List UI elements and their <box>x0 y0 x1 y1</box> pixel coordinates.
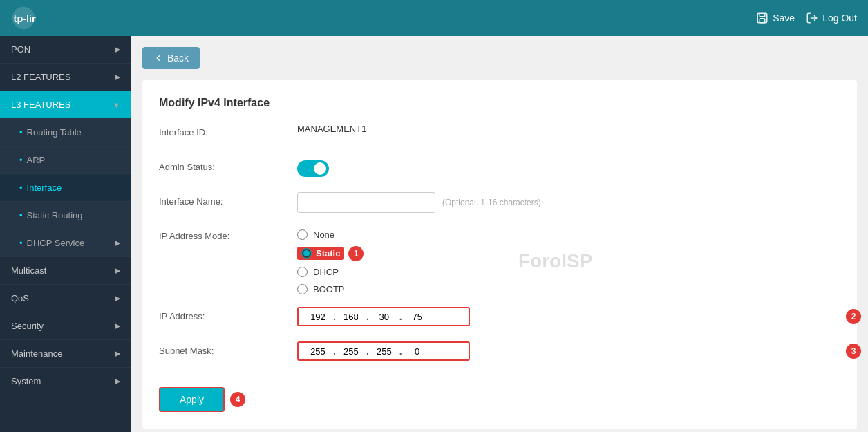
toggle-slider <box>297 160 329 177</box>
radio-none[interactable]: None <box>297 229 840 240</box>
chevron-right-icon: ▶ <box>115 45 120 54</box>
sidebar-item-interface-label: •Interface <box>19 182 62 193</box>
svg-rect-3 <box>760 19 766 23</box>
ip-address-input-group: 192 . 168 . 30 . 75 <box>297 307 470 326</box>
ip-dot-3: . <box>398 311 404 322</box>
mask-octet-1[interactable]: 255 <box>304 346 332 357</box>
sidebar-item-l3[interactable]: L3 FEATURES ▼ <box>0 91 131 119</box>
topnav: tp-link Save Log Out <box>0 0 868 36</box>
ip-address-row: IP Address: 192 . 168 . 30 . 75 2 <box>159 307 840 329</box>
admin-status-row: Admin Status: <box>159 158 840 180</box>
mask-dot-1: . <box>332 346 337 357</box>
back-label: Back <box>167 53 189 64</box>
chevron-right-icon: ▶ <box>115 266 120 275</box>
sidebar-item-pon-label: PON <box>11 44 30 55</box>
ip-address-mode-label: IP Address Mode: <box>159 227 297 241</box>
radio-dhcp-label: DHCP <box>313 267 339 277</box>
page-title: Modify IPv4 Interface <box>159 97 840 109</box>
sidebar-item-security[interactable]: Security ▶ <box>0 312 131 340</box>
sidebar-item-interface[interactable]: •Interface <box>0 174 131 202</box>
radio-dhcp-input[interactable] <box>297 267 308 277</box>
logo: tp-link <box>11 6 36 30</box>
admin-status-toggle[interactable] <box>297 160 329 177</box>
radio-static-label: Static <box>316 248 340 259</box>
logout-label: Log Out <box>822 12 857 24</box>
sidebar-item-l2-label: L2 FEATURES <box>11 72 70 82</box>
mask-octet-4[interactable]: 0 <box>404 346 431 357</box>
ip-octet-3[interactable]: 30 <box>370 312 398 322</box>
mask-octet-3[interactable]: 255 <box>370 346 398 357</box>
ip-dot-2: . <box>365 311 370 322</box>
main-content: Back ForoISP Modify IPv4 Interface Inter… <box>131 36 868 432</box>
radio-bootp-input[interactable] <box>297 284 308 294</box>
mask-dot-2: . <box>365 346 370 357</box>
subnet-mask-input-group: 255 . 255 . 255 . 0 <box>297 341 470 361</box>
annotation-3-badge: 3 <box>846 344 861 359</box>
chevron-right-icon: ▶ <box>115 377 120 386</box>
subnet-mask-row: Subnet Mask: 255 . 255 . 255 . 0 3 <box>159 341 840 364</box>
radio-static-input[interactable] <box>301 248 312 259</box>
radio-static[interactable]: Static 1 <box>297 247 840 260</box>
sidebar-item-routing-table[interactable]: •Routing Table <box>0 119 131 147</box>
subnet-mask-label: Subnet Mask: <box>159 341 297 356</box>
sidebar-item-static-routing-label: •Static Routing <box>19 210 83 220</box>
radio-bootp[interactable]: BOOTP <box>297 284 840 294</box>
modify-ipv4-card: Modify IPv4 Interface Interface ID: MANA… <box>142 80 857 429</box>
interface-id-value: MANAGEMENT1 <box>297 120 366 134</box>
interface-name-label: Interface Name: <box>159 192 297 207</box>
mask-octet-2[interactable]: 255 <box>337 346 365 357</box>
chevron-right-icon: ▶ <box>115 238 120 247</box>
back-button[interactable]: Back <box>142 47 200 69</box>
logo-icon: tp-link <box>11 6 36 30</box>
sidebar-item-multicast[interactable]: Multicast ▶ <box>0 257 131 285</box>
save-label: Save <box>773 12 795 24</box>
topnav-actions: Save Log Out <box>756 12 857 24</box>
chevron-down-icon: ▼ <box>113 101 120 109</box>
ip-octet-1[interactable]: 192 <box>304 312 332 322</box>
chevron-right-icon: ▶ <box>115 321 120 330</box>
sidebar-item-security-label: Security <box>11 321 44 331</box>
sidebar-item-maintenance[interactable]: Maintenance ▶ <box>0 340 131 368</box>
save-icon <box>756 12 768 24</box>
interface-name-row: Interface Name: (Optional. 1-16 characte… <box>159 192 840 214</box>
annotation-4-badge: 4 <box>230 392 245 407</box>
ip-octet-2[interactable]: 168 <box>337 312 365 322</box>
save-button[interactable]: Save <box>756 12 795 24</box>
ip-address-mode-group: None Static 1 DHCP <box>297 227 840 294</box>
ip-address-label: IP Address: <box>159 307 297 321</box>
logout-icon <box>806 12 818 24</box>
sidebar-item-arp[interactable]: •ARP <box>0 147 131 174</box>
ip-octet-4[interactable]: 75 <box>404 312 431 322</box>
chevron-right-icon: ▶ <box>115 294 120 303</box>
sidebar-item-qos-label: QoS <box>11 293 29 303</box>
apply-label: Apply <box>180 394 204 405</box>
interface-name-input[interactable] <box>297 192 435 213</box>
annotation-1-badge: 1 <box>348 246 364 261</box>
mask-dot-3: . <box>398 346 404 357</box>
chevron-right-icon: ▶ <box>115 73 120 82</box>
sidebar-item-l2[interactable]: L2 FEATURES ▶ <box>0 64 131 91</box>
ip-address-mode-row: IP Address Mode: None Static 1 <box>159 227 840 294</box>
sidebar-item-system[interactable]: System ▶ <box>0 368 131 395</box>
apply-button[interactable]: Apply <box>159 387 225 412</box>
sidebar-item-dhcp-service-label: •DHCP Service <box>19 238 84 248</box>
radio-dhcp[interactable]: DHCP <box>297 267 840 277</box>
sidebar-item-qos[interactable]: QoS ▶ <box>0 285 131 312</box>
interface-id-row: Interface ID: MANAGEMENT1 <box>159 123 840 145</box>
radio-none-input[interactable] <box>297 229 308 240</box>
radio-bootp-label: BOOTP <box>313 284 345 294</box>
sidebar-item-dhcp-service[interactable]: •DHCP Service ▶ <box>0 229 131 257</box>
sidebar-item-static-routing[interactable]: •Static Routing <box>0 202 131 229</box>
logout-button[interactable]: Log Out <box>806 12 857 24</box>
apply-row: Apply 4 <box>159 387 225 412</box>
chevron-right-icon: ▶ <box>115 349 120 358</box>
sidebar-item-arp-label: •ARP <box>19 155 45 165</box>
sidebar: PON ▶ L2 FEATURES ▶ L3 FEATURES ▼ •Routi… <box>0 36 131 432</box>
sidebar-item-maintenance-label: Maintenance <box>11 348 62 359</box>
layout: PON ▶ L2 FEATURES ▶ L3 FEATURES ▼ •Routi… <box>0 36 868 432</box>
sidebar-item-multicast-label: Multicast <box>11 265 46 276</box>
sidebar-item-system-label: System <box>11 376 41 386</box>
sidebar-item-pon[interactable]: PON ▶ <box>0 36 131 64</box>
svg-text:tp-link: tp-link <box>14 13 36 24</box>
static-badge-wrap: Static 1 <box>297 247 344 260</box>
